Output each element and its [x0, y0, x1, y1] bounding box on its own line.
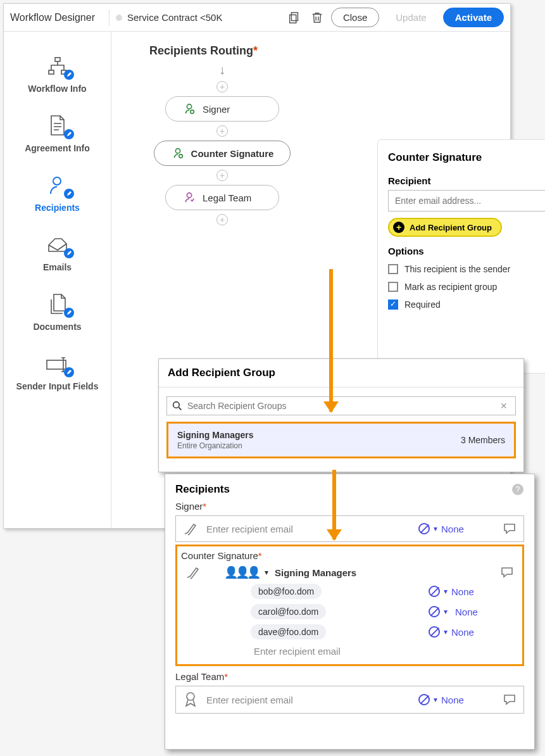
- add-node-button[interactable]: +: [216, 125, 228, 137]
- edit-badge-icon: [64, 367, 74, 377]
- panel-title: Counter Signature: [388, 151, 545, 164]
- svg-point-8: [191, 110, 194, 114]
- signer-icon: [171, 146, 185, 160]
- routing-node-signer[interactable]: Signer: [165, 96, 279, 122]
- counter-signature-label: Counter Signature*: [181, 550, 518, 561]
- search-icon: [172, 401, 182, 411]
- legal-email-input[interactable]: Enter recipient email: [206, 695, 411, 705]
- add-node-button[interactable]: +: [216, 81, 228, 92]
- svg-rect-2: [55, 58, 60, 61]
- svg-point-12: [173, 402, 180, 408]
- counter-signature-block: Counter Signature* 👤👤👤 ▾ Signing Manager…: [175, 545, 524, 666]
- svg-point-11: [187, 193, 191, 198]
- svg-rect-1: [290, 15, 296, 23]
- close-button[interactable]: Close: [331, 8, 379, 27]
- none-auth-icon: [429, 586, 440, 597]
- update-button[interactable]: Update: [384, 8, 437, 27]
- checkbox-required[interactable]: [388, 299, 398, 310]
- sidebar-item-documents[interactable]: Documents: [4, 282, 111, 342]
- auth-selector[interactable]: ▾None: [418, 523, 494, 534]
- edit-badge-icon: [64, 308, 74, 318]
- chevron-down-icon[interactable]: ▾: [265, 568, 268, 577]
- node-label: Counter Signature: [191, 148, 274, 159]
- clear-search-icon[interactable]: ✕: [498, 401, 510, 411]
- copy-icon[interactable]: [285, 9, 303, 27]
- recipients-send-panel: Recipients ? Signer* Enter recipient ema…: [165, 474, 535, 750]
- node-label: Legal Team: [203, 192, 251, 203]
- recipient-email-input[interactable]: [388, 190, 545, 211]
- svg-point-7: [187, 104, 191, 109]
- edit-badge-icon: [64, 248, 74, 258]
- message-icon[interactable]: [499, 565, 515, 580]
- app-title: Workflow Designer: [10, 12, 103, 23]
- chevron-down-icon: ▾: [444, 587, 448, 596]
- sidebar-item-label: Documents: [33, 322, 81, 332]
- member-email[interactable]: carol@foo.dom: [251, 604, 326, 619]
- add-recipient-group-button[interactable]: + Add Recipient Group: [388, 218, 502, 237]
- group-name: Signing Managers: [177, 430, 461, 440]
- trash-icon[interactable]: [308, 9, 326, 27]
- option-mark-group: Mark as recipient group: [404, 282, 497, 292]
- signer-icon: [182, 102, 196, 116]
- svg-point-10: [179, 154, 182, 158]
- signer-email-input[interactable]: Enter recipient email: [206, 524, 411, 534]
- auth-selector[interactable]: ▾None: [429, 626, 504, 638]
- arrow-down-icon: ↓: [219, 63, 225, 77]
- message-icon[interactable]: [502, 521, 517, 536]
- svg-point-15: [187, 693, 194, 700]
- checkbox-sender[interactable]: [388, 264, 398, 274]
- chevron-down-icon: ▾: [444, 627, 448, 636]
- sidebar-item-emails[interactable]: Emails: [4, 223, 111, 282]
- plus-icon: +: [393, 222, 404, 233]
- checkbox-mark-group[interactable]: [388, 282, 398, 292]
- sidebar-item-label: Emails: [43, 262, 72, 272]
- member-row: carol@foo.dom ▾None: [181, 602, 518, 622]
- member-email[interactable]: dave@foo.dom: [251, 624, 326, 639]
- svg-rect-0: [291, 12, 298, 20]
- chevron-down-icon: ▾: [444, 607, 448, 616]
- signer-row: Enter recipient email ▾None: [175, 515, 524, 542]
- search-input[interactable]: [187, 401, 498, 411]
- node-label: Signer: [203, 104, 230, 115]
- sidebar-item-label: Sender Input Fields: [16, 381, 99, 391]
- member-row: dave@foo.dom ▾None: [181, 622, 518, 642]
- auth-selector[interactable]: ▾None: [429, 586, 504, 597]
- sidebar-item-sender-input-fields[interactable]: Sender Input Fields: [4, 342, 111, 401]
- none-auth-icon: [429, 606, 440, 617]
- routing-node-counter-signature[interactable]: Counter Signature: [154, 141, 291, 166]
- option-sender: This recipient is the sender: [404, 264, 510, 274]
- message-icon[interactable]: [502, 692, 517, 707]
- member-email[interactable]: bob@foo.dom: [251, 584, 322, 599]
- svg-point-9: [175, 149, 180, 153]
- search-row: ✕: [166, 396, 516, 415]
- dialog-title: Add Recipient Group: [159, 359, 523, 387]
- add-member-input[interactable]: Enter recipient email: [181, 642, 518, 659]
- ribbon-icon: [182, 691, 199, 708]
- group-icon: 👤👤👤: [224, 565, 258, 579]
- recipient-label: Recipient: [388, 175, 545, 186]
- chevron-down-icon: ▾: [434, 524, 437, 533]
- annotation-arrow-icon: [332, 470, 336, 539]
- legal-team-label: Legal Team*: [175, 671, 524, 682]
- none-auth-icon: [429, 626, 440, 638]
- group-result-row[interactable]: Signing Managers Entire Organization 3 M…: [166, 422, 516, 458]
- separator: [109, 9, 110, 26]
- option-required: Required: [404, 299, 441, 310]
- signer-label: Signer*: [175, 501, 524, 512]
- add-recipient-group-dialog: Add Recipient Group ✕ Signing Managers E…: [158, 358, 524, 472]
- auth-selector[interactable]: ▾None: [429, 606, 504, 617]
- none-auth-icon: [418, 694, 430, 705]
- add-node-button[interactable]: +: [216, 214, 228, 225]
- recipients-title: Recipients: [175, 483, 230, 495]
- routing-node-legal-team[interactable]: Legal Team: [165, 185, 279, 210]
- activate-button[interactable]: Activate: [443, 8, 504, 27]
- help-icon[interactable]: ?: [511, 483, 524, 496]
- pen-icon: [185, 565, 201, 580]
- auth-selector[interactable]: ▾None: [418, 694, 494, 705]
- status-dot-icon: [116, 15, 122, 21]
- top-bar: Workflow Designer Service Contract <50K …: [4, 4, 510, 32]
- none-auth-icon: [418, 523, 430, 534]
- options-label: Options: [388, 246, 545, 256]
- approver-icon: [182, 191, 196, 205]
- add-node-button[interactable]: +: [216, 170, 228, 181]
